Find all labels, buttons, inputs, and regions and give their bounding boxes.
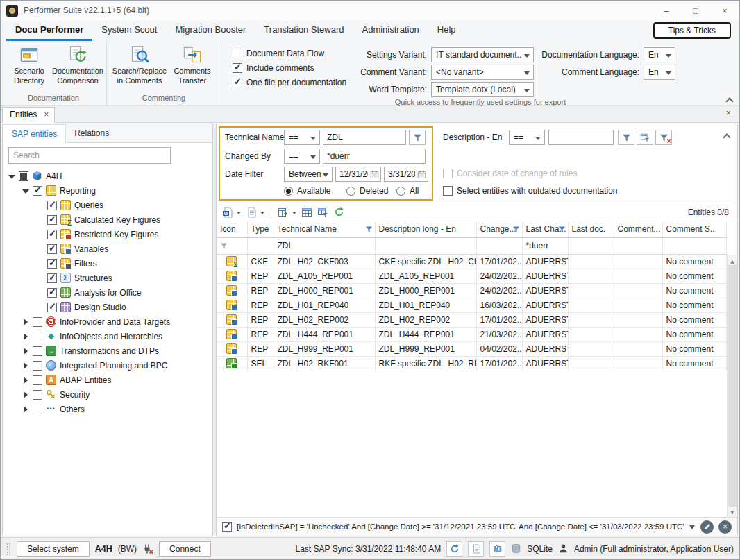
cell-technical-name[interactable]: ZDL_H999_REP001 [274, 341, 375, 356]
table-row[interactable]: REP ZDL_H02_REP002 ZDL_H02_REP002 17/01/… [217, 312, 727, 327]
cell-description[interactable]: ZDL_H01_REP040 [375, 298, 476, 312]
changed-by-operator-dropdown[interactable]: == [284, 149, 320, 164]
column-header-last-changed-by[interactable]: Last Cha... [522, 221, 568, 237]
cell-comment-state[interactable]: No comment [662, 312, 727, 327]
vertical-scrollbar[interactable] [727, 255, 737, 517]
tab-administration[interactable]: Administration [353, 20, 428, 41]
cell-technical-name[interactable]: ZDL_H444_REP001 [274, 327, 375, 341]
cell-comment[interactable] [614, 327, 662, 341]
checkbox[interactable] [33, 186, 42, 196]
checkbox[interactable] [47, 259, 57, 269]
active-filter-funnel-icon[interactable] [365, 226, 373, 233]
cell-change-date[interactable]: 24/02/202... [476, 283, 522, 298]
tips-and-tricks-button[interactable]: Tips & Tricks [653, 22, 731, 39]
cell-comment-state[interactable]: No comment [662, 327, 727, 341]
scroll-down-icon[interactable] [728, 507, 737, 517]
checkbox[interactable] [47, 273, 57, 283]
tree-item-transformations[interactable]: → Transformations and DTPs [3, 343, 212, 358]
tree-item-security[interactable]: Security [3, 387, 212, 402]
clear-filter-button[interactable]: × [655, 130, 672, 145]
collapse-filter-panel-icon[interactable] [723, 133, 730, 139]
radio-available[interactable]: Available [284, 186, 330, 196]
tab-entities[interactable]: Entities × [2, 107, 55, 123]
tab-docu-performer[interactable]: Docu Performer [6, 20, 92, 41]
active-filter-funnel-icon[interactable] [512, 226, 520, 233]
cell-technical-name[interactable]: ZDL_H01_REP040 [274, 298, 375, 312]
cell-last-changed-by[interactable]: ADUERRST... [522, 283, 568, 298]
tree-item-calculated-key-figures[interactable]: Calculated Key Figures [3, 212, 212, 227]
cell-last-doc[interactable] [568, 269, 614, 283]
cell-type[interactable]: REP [247, 298, 274, 312]
collapse-ribbon-icon[interactable] [726, 96, 732, 103]
cell-comment-state[interactable]: No comment [662, 298, 727, 312]
column-header-comment[interactable]: Comment... [614, 221, 662, 237]
radio-button[interactable] [284, 187, 293, 196]
cell-last-doc[interactable] [568, 341, 614, 356]
cell-technical-name[interactable]: ZDL_H000_REP001 [274, 283, 375, 298]
tree-item-infoobjects[interactable]: ◆ InfoObjects and Hierarchies [3, 329, 212, 343]
expander-closed-icon[interactable] [22, 406, 29, 413]
checkbox[interactable] [33, 375, 42, 385]
radio-button[interactable] [346, 187, 355, 196]
cell-last-changed-by[interactable]: ADUERRST... [522, 312, 568, 327]
tree-item-a4h[interactable]: A4H [3, 169, 212, 183]
export-word-dropdown-icon[interactable] [237, 205, 242, 219]
technical-name-input[interactable] [323, 130, 406, 145]
filter-cell-last-changed-by[interactable]: *duerr [522, 237, 568, 254]
checkbox[interactable] [47, 288, 57, 298]
cell-last-doc[interactable] [568, 356, 614, 371]
cell-technical-name[interactable]: ZDL_A105_REP001 [274, 269, 375, 283]
expander-closed-icon[interactable] [22, 333, 29, 340]
apply-filter-button[interactable] [618, 130, 634, 145]
filter-cell-type[interactable] [247, 237, 274, 254]
cell-last-doc[interactable] [568, 254, 614, 269]
close-document-icon[interactable]: × [725, 106, 739, 122]
document-action-button[interactable] [244, 205, 258, 219]
cell-last-doc[interactable] [568, 312, 614, 327]
tab-system-scout[interactable]: System Scout [92, 20, 166, 41]
column-header-type[interactable]: Type [247, 221, 274, 237]
cell-type[interactable]: SEL [247, 356, 274, 371]
cell-type[interactable]: REP [247, 269, 274, 283]
tree-item-reporting[interactable]: Reporting [3, 183, 212, 198]
checkbox[interactable] [47, 215, 57, 225]
consider-date-checkbox[interactable]: Consider date of change of rules [443, 169, 577, 178]
cell-comment-state[interactable]: No comment [662, 341, 727, 356]
document-data-flow-checkbox[interactable]: Document Data Flow [233, 49, 346, 58]
cell-change-date[interactable]: 04/02/202... [476, 341, 522, 356]
document-action-dropdown-icon[interactable] [260, 205, 266, 219]
tab-help[interactable]: Help [428, 20, 465, 41]
cell-type[interactable]: CKF [247, 254, 274, 269]
tab-translation-steward[interactable]: Translation Steward [255, 20, 353, 41]
close-button[interactable]: × [710, 1, 739, 20]
checkbox[interactable] [233, 63, 242, 73]
filter-editor-button[interactable] [637, 130, 653, 145]
scroll-up-icon[interactable] [728, 255, 737, 265]
changed-by-input[interactable] [323, 149, 426, 164]
checkbox[interactable] [47, 303, 57, 312]
cell-comment[interactable] [614, 356, 662, 371]
edit-expression-button[interactable] [700, 520, 714, 534]
export-word-button[interactable] [221, 205, 235, 219]
filter-cell-last-doc[interactable] [568, 237, 614, 254]
column-header-description[interactable]: Description long - En [375, 221, 476, 237]
filter-cell-technical-name[interactable]: ZDL [274, 237, 375, 254]
description-input[interactable] [548, 130, 614, 145]
edit-filter-funnel-button[interactable] [409, 130, 426, 145]
cell-comment-state[interactable]: No comment [662, 356, 727, 371]
expander-open-icon[interactable] [8, 173, 15, 180]
cell-description[interactable]: ZDL_H444_REP001 [375, 327, 476, 341]
cell-change-date[interactable]: 17/01/202... [476, 254, 522, 269]
cell-last-doc[interactable] [568, 327, 614, 341]
calendar-icon[interactable] [417, 170, 426, 179]
tab-migration-booster[interactable]: Migration Booster [166, 20, 255, 41]
close-tab-icon[interactable]: × [44, 111, 49, 118]
cell-change-date[interactable]: 16/03/202... [476, 298, 522, 312]
cell-last-changed-by[interactable]: ADUERRST... [522, 356, 568, 371]
cell-last-changed-by[interactable]: ADUERRST... [522, 341, 568, 356]
cell-comment[interactable] [614, 254, 662, 269]
filter-cell-change-date[interactable] [476, 237, 522, 254]
table-row[interactable]: REP ZDL_A105_REP001 ZDL_A105_REP001 24/0… [217, 269, 727, 283]
comment-variant-dropdown[interactable]: <No variant> [431, 65, 534, 80]
tab-sap-entities[interactable]: SAP entities [3, 124, 66, 143]
